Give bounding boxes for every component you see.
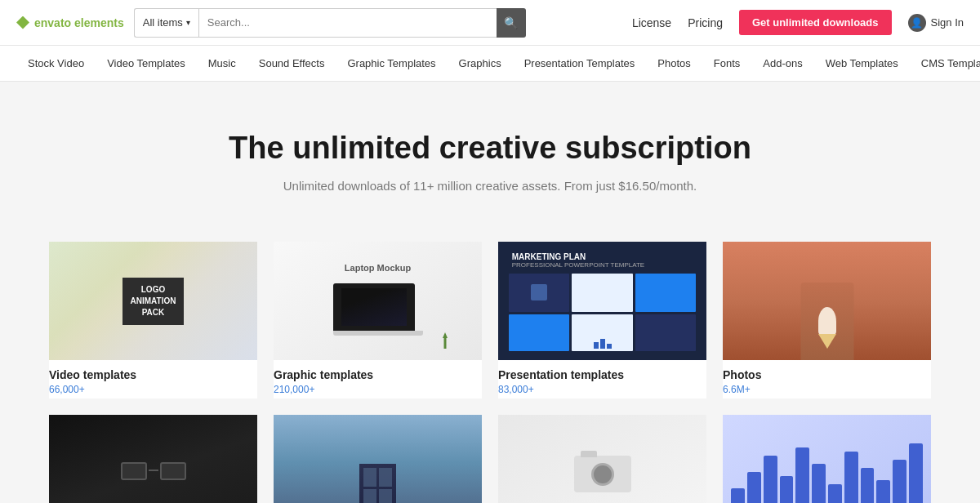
photos-info: Photos 6.6M+ <box>723 360 931 398</box>
content-grid: LOGOANIMATIONPACK Video templates 66,000… <box>0 225 980 503</box>
nav-item-web-templates[interactable]: Web Templates <box>814 46 910 82</box>
nav-item-fonts[interactable]: Fonts <box>702 46 752 82</box>
graphic-templates-title: Graphic templates <box>274 368 482 381</box>
presentation-thumb-bg: MARKETING PLAN PROFESSIONAL POWERPOINT T… <box>498 242 706 360</box>
presentation-templates-title: Presentation templates <box>498 368 706 381</box>
get-unlimited-button[interactable]: Get unlimited downloads <box>739 10 892 35</box>
hero-title: The unlimited creative subscription <box>16 131 964 166</box>
grid-row-2 <box>49 415 931 503</box>
video-thumb-bg: LOGOANIMATIONPACK <box>49 242 257 360</box>
presentation-templates-thumb: MARKETING PLAN PROFESSIONAL POWERPOINT T… <box>498 242 706 360</box>
logo-text: envato elements <box>34 16 124 29</box>
hero-section: The unlimited creative subscription Unli… <box>0 82 980 225</box>
header: envato elements All items ▾ 🔍 License Pr… <box>0 0 980 46</box>
nav-item-cms-templates[interactable]: CMS Templates <box>910 46 980 82</box>
chart-bar <box>780 476 794 503</box>
sunglasses-icon <box>121 462 186 487</box>
video-templates-title: Video templates <box>49 368 257 381</box>
logo-link[interactable]: envato elements <box>16 16 124 29</box>
video-templates-count: 66,000+ <box>49 384 257 395</box>
chart-bar <box>909 443 923 503</box>
building-thumb-bg <box>274 415 482 503</box>
nav-item-addons[interactable]: Add-ons <box>751 46 813 82</box>
camera-lens-icon <box>591 463 614 486</box>
video-templates-thumb: LOGOANIMATIONPACK <box>49 242 257 360</box>
chart-bar <box>876 480 890 503</box>
chart-bar <box>812 464 826 503</box>
graphic-templates-count: 210,000+ <box>274 384 482 395</box>
user-icon: 👤 <box>908 14 926 32</box>
graphic-templates-thumb: Laptop Mockup <box>274 242 482 360</box>
chart-bar <box>764 456 777 503</box>
logo-leaf-icon <box>16 16 29 29</box>
chart-bar <box>795 447 809 503</box>
hero-subtitle: Unlimited downloads of 11+ million creat… <box>16 179 964 193</box>
nav-item-presentation-templates[interactable]: Presentation Templates <box>513 46 647 82</box>
nav-item-graphics[interactable]: Graphics <box>448 46 513 82</box>
video-templates-info: Video templates 66,000+ <box>49 360 257 398</box>
nav-item-music[interactable]: Music <box>197 46 247 82</box>
sign-in-label: Sign In <box>931 16 964 29</box>
search-input[interactable] <box>198 8 497 38</box>
search-button[interactable]: 🔍 <box>497 8 526 38</box>
grid-item-presentation-templates[interactable]: MARKETING PLAN PROFESSIONAL POWERPOINT T… <box>498 242 706 398</box>
sign-in-button[interactable]: 👤 Sign In <box>908 14 964 32</box>
grid-item-graphic-templates[interactable]: Laptop Mockup Graphic templates 210,000+ <box>274 242 482 398</box>
header-nav: License Pricing Get unlimited downloads … <box>632 10 964 35</box>
photos-title: Photos <box>723 368 931 381</box>
search-bar: All items ▾ 🔍 <box>134 8 526 38</box>
license-link[interactable]: License <box>632 16 671 29</box>
grid-item-dark[interactable] <box>49 415 257 503</box>
search-category-dropdown[interactable]: All items ▾ <box>134 8 198 38</box>
chart-thumb <box>723 415 931 503</box>
nav-item-sound-effects[interactable]: Sound Effects <box>247 46 336 82</box>
grid-item-chart[interactable] <box>723 415 931 503</box>
photos-thumb <box>723 242 931 360</box>
grid-item-building[interactable] <box>274 415 482 503</box>
chart-bar <box>844 452 858 503</box>
dark-thumb <box>49 415 257 503</box>
photo-thumb-bg <box>723 242 931 360</box>
pricing-link[interactable]: Pricing <box>688 16 723 29</box>
grid-row-1: LOGOANIMATIONPACK Video templates 66,000… <box>49 242 931 398</box>
search-icon: 🔍 <box>504 16 518 29</box>
nav-item-photos[interactable]: Photos <box>646 46 702 82</box>
chevron-down-icon: ▾ <box>186 18 190 27</box>
chart-bar <box>893 460 906 503</box>
building-thumb <box>274 415 482 503</box>
nav-item-graphic-templates[interactable]: Graphic Templates <box>336 46 447 82</box>
nav-item-video-templates[interactable]: Video Templates <box>96 46 197 82</box>
grid-item-camera[interactable] <box>498 415 706 503</box>
chart-bar <box>747 472 761 503</box>
photos-count: 6.6M+ <box>723 384 931 395</box>
presentation-templates-info: Presentation templates 83,000+ <box>498 360 706 398</box>
category-nav: Stock Video Video Templates Music Sound … <box>0 46 980 82</box>
dark-thumb-bg <box>49 415 257 503</box>
camera-thumb <box>498 415 706 503</box>
graphic-templates-info: Graphic templates 210,000+ <box>274 360 482 398</box>
grid-item-photos[interactable]: Photos 6.6M+ <box>723 242 931 398</box>
grid-item-video-templates[interactable]: LOGOANIMATIONPACK Video templates 66,000… <box>49 242 257 398</box>
camera-thumb-bg <box>498 415 706 503</box>
chart-bar <box>828 484 842 503</box>
presentation-inner: MARKETING PLAN PROFESSIONAL POWERPOINT T… <box>509 251 697 351</box>
nav-item-stock-video[interactable]: Stock Video <box>16 46 96 82</box>
camera-body-icon <box>574 456 631 492</box>
chart-thumb-bg <box>723 415 931 503</box>
graphic-thumb-bg: Laptop Mockup <box>274 242 482 360</box>
chart-bar <box>861 468 875 503</box>
chart-bar <box>731 488 745 503</box>
presentation-templates-count: 83,000+ <box>498 384 706 395</box>
